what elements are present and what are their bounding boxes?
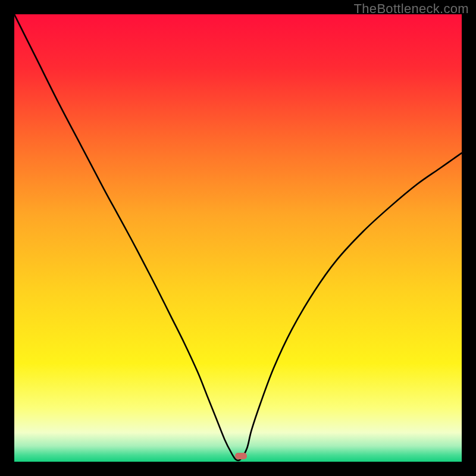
chart-frame: TheBottleneck.com — [0, 0, 476, 476]
bottleneck-curve — [14, 14, 462, 462]
plot-outer — [14, 14, 462, 462]
optimal-marker — [235, 453, 247, 459]
plot-area — [14, 14, 462, 462]
watermark-text: TheBottleneck.com — [354, 1, 469, 17]
